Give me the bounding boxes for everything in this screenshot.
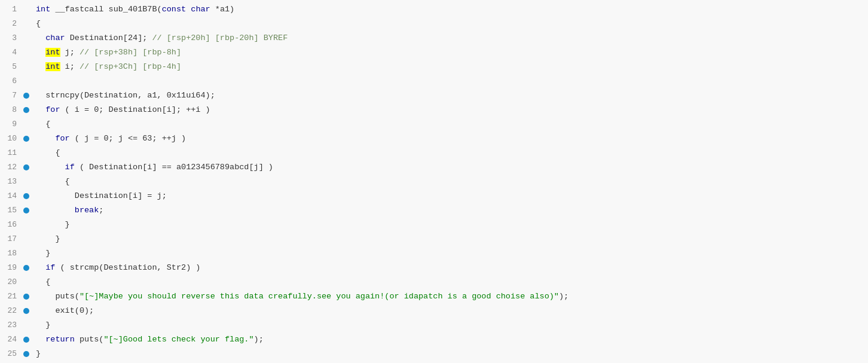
token-plain xyxy=(36,62,45,71)
breakpoint-area[interactable] xyxy=(22,294,31,300)
token-kw: char xyxy=(191,5,210,14)
breakpoint-area[interactable] xyxy=(22,308,31,314)
line-number: 20 xyxy=(0,275,22,289)
code-content: { xyxy=(31,17,41,31)
breakpoint-dot xyxy=(23,208,29,213)
token-plain: ; xyxy=(99,206,103,215)
code-line: 6 xyxy=(0,74,868,89)
breakpoint-area[interactable] xyxy=(22,208,31,213)
line-number: 5 xyxy=(0,60,22,74)
breakpoint-area[interactable] xyxy=(22,337,31,343)
code-content: } xyxy=(31,232,60,246)
line-number: 7 xyxy=(0,89,22,103)
code-content: Destination[i] = j; xyxy=(31,189,167,203)
token-plain xyxy=(36,206,75,215)
line-number: 17 xyxy=(0,232,22,246)
breakpoint-dot xyxy=(23,337,29,343)
code-line: 11 { xyxy=(0,146,868,160)
token-plain: strncpy(Destination, a1, 0x11ui64); xyxy=(45,91,215,100)
code-content: break; xyxy=(31,203,103,218)
token-str: "[~]Good lets check your flag." xyxy=(103,335,253,344)
breakpoint-area[interactable] xyxy=(22,136,31,142)
code-content: exit(0); xyxy=(31,304,94,318)
code-content: } xyxy=(31,318,50,333)
line-number: 21 xyxy=(0,289,22,304)
code-line: 24 return puts("[~]Good lets check your … xyxy=(0,333,868,347)
code-content: } xyxy=(31,347,41,361)
line-number: 11 xyxy=(0,146,22,160)
line-number: 25 xyxy=(0,347,22,361)
token-plain: } xyxy=(36,234,60,243)
breakpoint-dot xyxy=(23,308,29,314)
code-content: if ( Destination[i] == a0123456789abcd[j… xyxy=(31,160,273,175)
line-number: 15 xyxy=(0,203,22,218)
code-content: if ( strcmp(Destination, Str2) ) xyxy=(31,261,200,275)
code-line: 5 int i; // [rsp+3Ch] [rbp-4h] xyxy=(0,60,868,74)
token-comment: // [rsp+20h] [rbp-20h] BYREF xyxy=(152,33,288,42)
code-content: { xyxy=(31,275,50,289)
line-number: 4 xyxy=(0,45,22,60)
line-number: 1 xyxy=(0,2,22,17)
code-content: int __fastcall sub_401B7B(const char *a1… xyxy=(31,2,234,17)
token-plain: ); xyxy=(559,292,569,301)
code-content: { xyxy=(31,117,50,132)
breakpoint-dot xyxy=(23,294,29,300)
breakpoint-area[interactable] xyxy=(22,351,31,357)
token-comment: // [rsp+38h] [rbp-8h] xyxy=(80,48,181,57)
line-number: 14 xyxy=(0,189,22,203)
token-plain: } xyxy=(36,321,50,330)
code-content: int i; // [rsp+3Ch] [rbp-4h] xyxy=(31,60,181,74)
token-kw: if xyxy=(65,163,75,172)
code-content: { xyxy=(31,146,60,160)
line-number: 23 xyxy=(0,318,22,333)
code-line: 2{ xyxy=(0,17,868,31)
token-plain: puts( xyxy=(75,335,104,344)
code-line: 4 int j; // [rsp+38h] [rbp-8h] xyxy=(0,45,868,60)
token-plain: i; xyxy=(60,62,80,71)
line-number: 2 xyxy=(0,17,22,31)
breakpoint-dot xyxy=(23,93,29,99)
token-plain: ( i = 0; Destination[i]; ++i ) xyxy=(60,105,210,114)
token-kw-highlight: int xyxy=(45,48,60,57)
code-line: 9 { xyxy=(0,117,868,132)
breakpoint-dot xyxy=(23,351,29,357)
code-line: 16 } xyxy=(0,218,868,232)
breakpoint-area[interactable] xyxy=(22,265,31,271)
code-line: 18 } xyxy=(0,246,868,261)
breakpoint-area[interactable] xyxy=(22,193,31,199)
code-content: } xyxy=(31,246,50,261)
code-content: for ( j = 0; j <= 63; ++j ) xyxy=(31,132,186,146)
token-plain: { xyxy=(36,19,41,28)
code-line: 25} xyxy=(0,347,868,361)
code-line: 8 for ( i = 0; Destination[i]; ++i ) xyxy=(0,103,868,117)
breakpoint-area[interactable] xyxy=(22,164,31,170)
token-plain: Destination[i] = j; xyxy=(36,191,167,200)
code-line: 21 puts("[~]Maybe you should reverse thi… xyxy=(0,289,868,304)
code-content: return puts("[~]Good lets check your fla… xyxy=(31,333,264,347)
line-number: 22 xyxy=(0,304,22,318)
token-plain: { xyxy=(36,120,50,129)
code-line: 3 char Destination[24]; // [rsp+20h] [rb… xyxy=(0,31,868,45)
line-number: 24 xyxy=(0,333,22,347)
breakpoint-area[interactable] xyxy=(22,107,31,113)
token-plain xyxy=(36,263,45,272)
token-plain: { xyxy=(36,177,70,186)
line-number: 10 xyxy=(0,132,22,146)
code-line: 19 if ( strcmp(Destination, Str2) ) xyxy=(0,261,868,275)
code-content: strncpy(Destination, a1, 0x11ui64); xyxy=(31,89,215,103)
code-content: for ( i = 0; Destination[i]; ++i ) xyxy=(31,103,210,117)
code-line: 10 for ( j = 0; j <= 63; ++j ) xyxy=(0,132,868,146)
line-number: 19 xyxy=(0,261,22,275)
breakpoint-area[interactable] xyxy=(22,93,31,99)
breakpoint-dot xyxy=(23,136,29,142)
code-content: char Destination[24]; // [rsp+20h] [rbp-… xyxy=(31,31,288,45)
token-plain: } xyxy=(36,220,70,229)
token-plain: } xyxy=(36,249,50,258)
code-line: 1int __fastcall sub_401B7B(const char *a… xyxy=(0,2,868,17)
code-line: 23 } xyxy=(0,318,868,333)
breakpoint-dot xyxy=(23,164,29,170)
token-kw: for xyxy=(55,134,69,143)
code-editor: 1int __fastcall sub_401B7B(const char *a… xyxy=(0,0,868,363)
code-content: } xyxy=(31,218,70,232)
token-plain: Destination[24]; xyxy=(65,33,152,42)
